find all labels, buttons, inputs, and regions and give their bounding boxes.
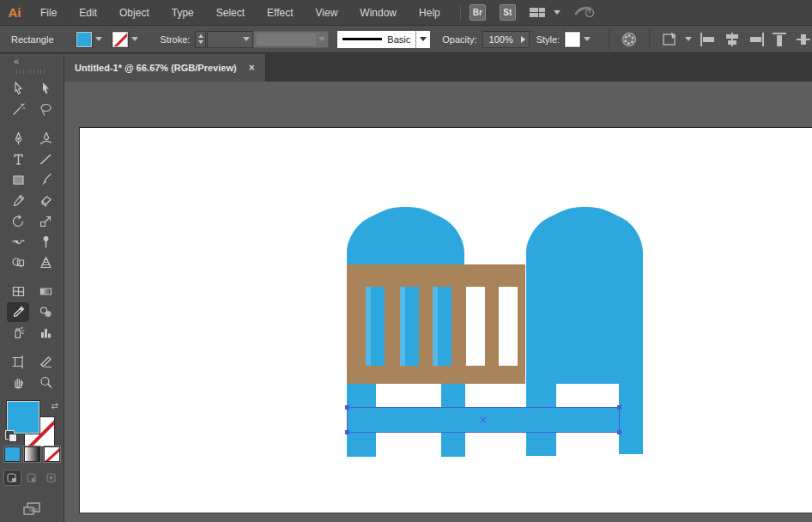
fill-proxy[interactable] — [7, 401, 39, 434]
stroke-style-preview[interactable]: Basic — [337, 31, 415, 48]
align-left-icon[interactable] — [700, 33, 716, 46]
crib-slat[interactable] — [405, 287, 419, 366]
draw-behind-icon[interactable] — [23, 470, 41, 486]
align-center-icon[interactable] — [724, 33, 740, 46]
shape-builder-tool[interactable] — [7, 252, 29, 272]
pencil-tool[interactable] — [7, 191, 29, 210]
selection-anchor[interactable] — [617, 430, 621, 434]
graphic-style-combo[interactable] — [565, 32, 594, 47]
stroke-swatch-none[interactable] — [112, 32, 128, 47]
crib-leg[interactable] — [619, 384, 643, 454]
magic-wand-tool[interactable] — [7, 100, 29, 119]
stroke-width-chevron-down-icon[interactable] — [243, 37, 250, 41]
lasso-tool[interactable] — [34, 100, 57, 119]
align-vcenter-icon[interactable] — [797, 33, 812, 46]
draw-inside-icon[interactable] — [43, 470, 61, 486]
menu-window[interactable]: Window — [348, 0, 408, 26]
selection-anchor[interactable] — [345, 405, 349, 410]
stroke-color-combo[interactable] — [112, 32, 142, 47]
fill-chevron-down-icon[interactable] — [95, 37, 102, 41]
crib-rail-slot[interactable] — [499, 287, 518, 366]
crib-slat[interactable] — [371, 287, 385, 366]
slice-tool[interactable] — [34, 352, 57, 372]
menu-object[interactable]: Object — [108, 0, 161, 26]
artboard-tool[interactable] — [7, 352, 29, 372]
brush-chevron-down-icon[interactable] — [318, 37, 325, 41]
tab-close-icon[interactable]: × — [249, 62, 255, 74]
curvature-tool[interactable] — [34, 129, 57, 149]
eraser-tool[interactable] — [34, 191, 57, 210]
scale-tool[interactable] — [34, 211, 57, 231]
rectangle-tool[interactable] — [7, 170, 29, 190]
free-transform-tool[interactable] — [34, 232, 57, 252]
line-segment-tool[interactable] — [34, 149, 57, 169]
fill-color-combo[interactable] — [76, 32, 106, 47]
menu-select[interactable]: Select — [205, 0, 256, 26]
symbol-sprayer-tool[interactable] — [7, 323, 29, 343]
crib-artwork[interactable] — [80, 128, 812, 513]
perspective-grid-tool[interactable] — [34, 252, 57, 272]
menu-help[interactable]: Help — [408, 0, 451, 26]
cs-live-icon[interactable] — [574, 3, 597, 21]
panel-grip[interactable] — [16, 70, 47, 75]
menu-edit[interactable]: Edit — [68, 0, 108, 26]
paintbrush-tool[interactable] — [34, 170, 57, 190]
brush-definition-combo[interactable] — [253, 31, 329, 48]
color-button[interactable] — [4, 446, 21, 462]
menu-view[interactable]: View — [305, 0, 349, 26]
selection-anchor[interactable] — [345, 430, 349, 434]
type-tool[interactable] — [7, 149, 29, 169]
stroke-width-stepper[interactable] — [195, 31, 205, 48]
stock-button[interactable]: St — [500, 4, 516, 21]
width-tool[interactable] — [7, 232, 29, 252]
style-chevron-down-icon[interactable] — [584, 37, 591, 41]
default-fill-stroke-icon[interactable] — [5, 430, 15, 440]
canvas[interactable] — [64, 82, 812, 522]
crib-slat[interactable] — [438, 287, 451, 366]
gradient-tool[interactable] — [34, 282, 57, 301]
menu-type[interactable]: Type — [161, 0, 205, 26]
gradient-button[interactable] — [24, 446, 40, 462]
artboard[interactable] — [79, 127, 812, 513]
draw-normal-icon[interactable] — [3, 470, 21, 486]
opacity-value: 100% — [489, 34, 513, 45]
crib-rail-slot[interactable] — [466, 287, 485, 366]
opacity-arrow-icon[interactable] — [521, 36, 525, 43]
stepper-up-icon[interactable] — [198, 34, 203, 38]
stepper-down-icon[interactable] — [198, 40, 203, 44]
eyedropper-tool[interactable] — [7, 302, 29, 322]
transform-menu-icon[interactable] — [661, 31, 692, 48]
rotate-tool[interactable] — [7, 211, 29, 231]
bridge-button[interactable]: Br — [470, 4, 486, 21]
graphic-style-swatch[interactable] — [565, 32, 580, 47]
stroke-style-chevron-down-icon[interactable] — [420, 37, 427, 41]
fill-swatch[interactable] — [76, 32, 92, 47]
zoom-tool[interactable] — [34, 373, 57, 392]
collapse-panel-icon[interactable]: « — [14, 56, 17, 66]
hand-tool[interactable] — [7, 373, 29, 392]
document-tab[interactable]: Untitled-1* @ 66.67% (RGB/Preview) × — [64, 54, 266, 82]
none-button[interactable] — [44, 446, 60, 462]
transform-chevron-down-icon[interactable] — [685, 37, 692, 41]
stroke-chevron-down-icon[interactable] — [131, 37, 138, 41]
column-graph-tool[interactable] — [34, 323, 57, 343]
menu-file[interactable]: File — [29, 0, 68, 26]
recolor-artwork-icon[interactable] — [621, 31, 638, 48]
swap-fill-stroke-icon[interactable]: ⇄ — [52, 401, 58, 410]
workspace-chevron-down-icon[interactable] — [554, 10, 561, 15]
screen-mode-icon[interactable] — [21, 500, 43, 522]
selection-tool[interactable] — [7, 79, 29, 99]
blend-tool[interactable] — [34, 302, 57, 322]
stroke-style-combo[interactable]: Basic — [337, 31, 430, 48]
opacity-field[interactable]: 100% — [482, 31, 530, 48]
align-top-icon[interactable] — [773, 33, 788, 46]
selection-anchor[interactable] — [617, 405, 621, 410]
pen-tool[interactable] — [7, 129, 29, 149]
workspace-icon[interactable] — [530, 8, 545, 17]
crib-right-panel[interactable] — [526, 207, 643, 384]
stroke-width-field[interactable] — [207, 31, 254, 48]
align-right-icon[interactable] — [748, 33, 764, 46]
mesh-tool[interactable] — [7, 282, 29, 301]
direct-selection-tool[interactable] — [34, 79, 57, 99]
menu-effect[interactable]: Effect — [256, 0, 304, 26]
